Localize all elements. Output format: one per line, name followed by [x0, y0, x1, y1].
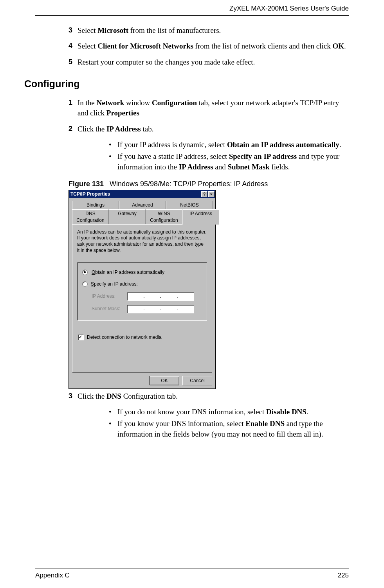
section-heading: Configuring	[24, 77, 349, 91]
ip-octet[interactable]	[177, 293, 194, 300]
detect-media-row[interactable]: Detect connection to network media	[78, 334, 207, 341]
step-text: Restart your computer so the changes you…	[78, 57, 349, 68]
dialog-title: TCP/IP Properties	[70, 191, 200, 198]
dialog-titlebar: TCP/IP Properties ? ×	[69, 190, 215, 198]
footer-right: 225	[338, 571, 349, 580]
page-content: 3 Select Microsoft from the list of manu…	[0, 16, 384, 439]
tab-panel: An IP address can be automatically assig…	[72, 224, 212, 373]
help-icon[interactable]: ?	[201, 191, 207, 197]
bullet-item: If your IP address is dynamic, select Ob…	[109, 140, 349, 150]
radio-group: Obtain an IP address automatically Speci…	[77, 262, 207, 321]
tab-ip-address[interactable]: IP Address	[182, 209, 219, 225]
detect-media-checkbox[interactable]	[78, 334, 84, 340]
bullet-list: If your IP address is dynamic, select Ob…	[35, 140, 349, 172]
step-number: 2	[69, 124, 72, 134]
figure-caption: Figure 131 Windows 95/98/Me: TCP/IP Prop…	[69, 179, 349, 189]
radio-obtain-label: Obtain an IP address automatically	[91, 269, 165, 276]
cancel-button[interactable]: Cancel	[182, 376, 212, 385]
ip-octet[interactable]	[160, 305, 177, 313]
ip-octet[interactable]	[160, 293, 177, 300]
detect-media-label: Detect connection to network media	[87, 334, 162, 341]
ip-octet[interactable]	[177, 305, 194, 313]
dialog-button-row: OK Cancel	[69, 373, 215, 388]
step-text: Select Client for Microsoft Networks fro…	[78, 41, 349, 52]
tab-area: Bindings Advanced NetBIOS DNS Configurat…	[69, 198, 215, 372]
step-item: 1 In the Network window Configuration ta…	[35, 98, 349, 119]
subnet-mask-label: Subnet Mask:	[92, 306, 127, 312]
step-item: 4 Select Client for Microsoft Networks f…	[35, 41, 349, 52]
tab-gateway[interactable]: Gateway	[109, 209, 146, 225]
tab-row-bottom: DNS Configuration Gateway WINS Configura…	[72, 209, 213, 224]
tab-advanced[interactable]: Advanced	[119, 201, 166, 209]
step-number: 3	[69, 25, 72, 35]
ip-octet[interactable]	[127, 305, 144, 313]
bullet-item: If you know your DNS information, select…	[109, 419, 349, 439]
bullet-item: If you do not know your DNS information,…	[109, 407, 349, 417]
step-number: 3	[69, 391, 72, 401]
ip-address-input[interactable]	[127, 292, 194, 301]
radio-specify-label: Specify an IP address:	[91, 281, 138, 288]
step-text: Click the IP Address tab.	[78, 124, 349, 135]
footer-left: Appendix C	[35, 571, 70, 580]
ok-button[interactable]: OK	[150, 376, 179, 385]
tab-bindings[interactable]: Bindings	[72, 201, 119, 209]
step-text: In the Network window Configuration tab,…	[78, 98, 349, 119]
step-text: Select Microsoft from the list of manufa…	[78, 25, 349, 36]
close-icon[interactable]: ×	[208, 191, 215, 197]
radio-obtain-row[interactable]: Obtain an IP address automatically	[82, 269, 202, 276]
radio-specify[interactable]	[82, 281, 88, 287]
subnet-mask-row: Subnet Mask:	[92, 305, 202, 313]
step-number: 4	[69, 41, 72, 51]
tab-wins-config[interactable]: WINS Configuration	[146, 209, 182, 225]
step-number: 1	[69, 98, 72, 108]
figure: TCP/IP Properties ? × Bindings Advanced …	[69, 190, 349, 388]
page-header: ZyXEL MAX-200M1 Series User's Guide	[0, 0, 384, 15]
bullet-item: If you have a static IP address, select …	[109, 151, 349, 172]
ip-octet[interactable]	[144, 293, 161, 300]
figure-label: Figure 131	[69, 180, 104, 188]
tab-netbios[interactable]: NetBIOS	[166, 201, 213, 209]
tcpip-dialog: TCP/IP Properties ? × Bindings Advanced …	[69, 190, 216, 388]
step-item: 3 Click the DNS Configuration tab.	[35, 391, 349, 402]
ip-octet[interactable]	[127, 293, 144, 300]
step-item: 3 Select Microsoft from the list of manu…	[35, 25, 349, 36]
bullet-list: If you do not know your DNS information,…	[35, 407, 349, 439]
step-number: 5	[69, 57, 72, 67]
radio-obtain[interactable]	[82, 270, 88, 275]
radio-specify-row[interactable]: Specify an IP address:	[82, 281, 202, 288]
figure-caption-text: Windows 95/98/Me: TCP/IP Properties: IP …	[110, 180, 268, 188]
step-item: 2 Click the IP Address tab.	[35, 124, 349, 135]
tab-row-top: Bindings Advanced NetBIOS	[72, 200, 213, 209]
step-item: 5 Restart your computer so the changes y…	[35, 57, 349, 68]
tab-dns-config[interactable]: DNS Configuration	[72, 209, 109, 225]
page-footer: Appendix C 225	[35, 568, 349, 580]
ip-octet[interactable]	[144, 305, 161, 313]
subnet-mask-input[interactable]	[127, 305, 194, 313]
step-text: Click the DNS Configuration tab.	[78, 391, 349, 402]
ip-address-label: IP Address:	[92, 293, 127, 300]
ip-address-row: IP Address:	[92, 292, 202, 301]
guide-title: ZyXEL MAX-200M1 Series User's Guide	[229, 5, 349, 12]
dialog-help-text: An IP address can be automatically assig…	[77, 229, 207, 254]
